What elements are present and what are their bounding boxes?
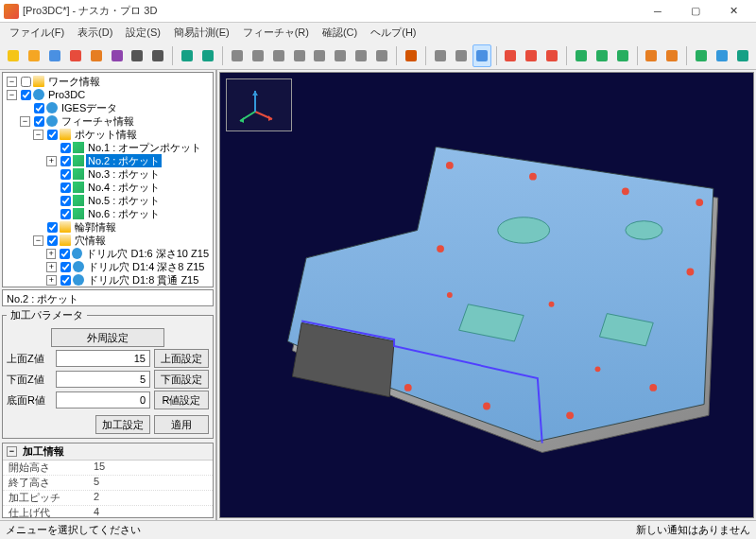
tree-node[interactable]: −フィーチャ情報 (5, 114, 211, 128)
menu-6[interactable]: ヘルプ(H) (365, 24, 421, 42)
tree-node[interactable]: −ポケット情報 (5, 128, 211, 141)
zoom-icon[interactable] (87, 44, 106, 67)
tree-checkbox[interactable] (21, 90, 31, 100)
tree-node[interactable]: No.1 : オープンポケット (5, 141, 211, 154)
expander-icon[interactable]: + (46, 275, 57, 286)
box1-icon[interactable] (572, 44, 591, 67)
expander-icon[interactable]: − (20, 116, 30, 127)
menu-5[interactable]: 確認(C) (317, 24, 363, 42)
menu-2[interactable]: 設定(S) (120, 24, 166, 42)
param-btn-1[interactable]: 下面設定 (154, 370, 209, 389)
tree-checkbox[interactable] (60, 209, 71, 219)
tree-checkbox[interactable] (60, 196, 71, 206)
open-icon[interactable] (25, 44, 43, 67)
expander-icon[interactable]: + (46, 262, 57, 272)
tree-node[interactable]: No.6 : ポケット (5, 207, 211, 220)
tree-node[interactable]: −穴情報 (5, 234, 211, 247)
tree-node[interactable]: 輪郭情報 (5, 220, 211, 234)
tree-checkbox[interactable] (60, 249, 70, 259)
preview-icon[interactable] (148, 44, 167, 67)
expander-icon[interactable]: + (46, 156, 57, 166)
iso6-icon[interactable] (331, 44, 350, 67)
box2-icon[interactable] (593, 44, 611, 67)
process-info: − 加工情報 開始高さ15終了高さ5加工ピッチ2仕上げ代4回避面25 (2, 443, 214, 518)
iso3-icon[interactable] (269, 44, 288, 67)
tree-node[interactable]: +ドリル穴 D1:4 深さ8 Z15 (5, 260, 211, 273)
tree-checkbox[interactable] (47, 222, 58, 233)
maximize-button[interactable]: ▢ (677, 0, 714, 22)
menu-3[interactable]: 簡易計測(E) (168, 24, 235, 42)
feat-icon[interactable] (501, 44, 520, 67)
tree-node[interactable]: No.3 : ポケット (5, 167, 211, 181)
tree-checkbox[interactable] (60, 156, 71, 166)
iso5-icon[interactable] (311, 44, 330, 67)
outer-settings-button[interactable]: 外周設定 (51, 328, 164, 347)
tree-checkbox[interactable] (60, 262, 71, 272)
box3-icon[interactable] (613, 44, 632, 67)
iso1-icon[interactable] (228, 44, 247, 67)
check-icon[interactable] (542, 44, 561, 67)
expander-icon[interactable]: − (33, 130, 43, 140)
feature-tree[interactable]: −ワーク情報−Pro3DCIGESデータ−フィーチャ情報−ポケット情報No.1 … (2, 72, 214, 287)
web-icon[interactable] (713, 44, 731, 67)
param-input-1[interactable] (56, 371, 150, 388)
path-icon[interactable] (522, 44, 541, 67)
fit-icon[interactable] (108, 44, 127, 67)
plane-icon[interactable] (198, 44, 217, 67)
tree-node[interactable]: −Pro3DC (5, 88, 211, 101)
hide-icon[interactable] (431, 44, 450, 67)
param-btn-0[interactable]: 上面設定 (154, 349, 209, 368)
tree-checkbox[interactable] (34, 103, 44, 113)
expander-icon[interactable]: − (33, 235, 43, 246)
tree-node[interactable]: IGESデータ (5, 101, 211, 114)
menu-0[interactable]: ファイル(F) (4, 24, 70, 42)
param-input-0[interactable] (56, 350, 150, 367)
axis-icon[interactable] (178, 44, 197, 67)
menu-4[interactable]: フィーチャ(R) (237, 24, 315, 42)
menu-1[interactable]: 表示(D) (72, 24, 118, 42)
tree-checkbox[interactable] (60, 169, 71, 180)
render1-icon[interactable] (402, 44, 421, 67)
iso4-icon[interactable] (290, 44, 309, 67)
iso8-icon[interactable] (372, 44, 391, 67)
axis-gizmo[interactable] (226, 78, 292, 131)
tree-label: ドリル穴 D1:6 深さ10 Z15 (84, 247, 211, 260)
tree-node[interactable]: +ドリル穴 D1:10/D2:6 貫通 Z (5, 287, 211, 287)
ver-icon[interactable] (733, 44, 752, 67)
expander-icon[interactable]: − (7, 77, 17, 87)
tree-node[interactable]: +ドリル穴 D1:6 深さ10 Z15 (5, 247, 211, 260)
tree-checkbox[interactable] (34, 116, 44, 127)
tree-node[interactable]: −ワーク情報 (5, 75, 211, 88)
sim1-icon[interactable] (643, 44, 662, 67)
expander-icon[interactable]: − (7, 90, 17, 100)
select-icon[interactable] (66, 44, 85, 67)
tree-checkbox[interactable] (60, 183, 71, 193)
tree-node[interactable]: +No.2 : ポケット (5, 154, 211, 167)
tree-checkbox[interactable] (60, 275, 71, 286)
help-icon[interactable] (692, 44, 711, 67)
save-icon[interactable] (45, 44, 64, 67)
tree-checkbox[interactable] (21, 77, 31, 87)
param-btn-2[interactable]: R値設定 (154, 391, 209, 409)
tree-checkbox[interactable] (47, 130, 58, 140)
tree-node[interactable]: No.5 : ポケット (5, 194, 211, 207)
iso7-icon[interactable] (352, 44, 370, 67)
shade-icon[interactable] (472, 44, 491, 67)
tree-node[interactable]: No.4 : ポケット (5, 181, 211, 194)
viewport-3d[interactable] (219, 72, 754, 518)
param-input-2[interactable] (56, 391, 150, 409)
close-button[interactable]: ✕ (714, 0, 752, 22)
tree-node[interactable]: +ドリル穴 D1:8 貫通 Z15 (5, 273, 211, 287)
show-icon[interactable] (452, 44, 471, 67)
tree-checkbox[interactable] (47, 235, 58, 246)
iso2-icon[interactable] (249, 44, 267, 67)
apply-btn-0[interactable]: 加工設定 (95, 415, 150, 434)
print-icon[interactable] (129, 44, 147, 67)
expander-icon[interactable]: + (46, 249, 56, 259)
apply-btn-1[interactable]: 適用 (154, 415, 209, 434)
new-file-icon[interactable] (4, 44, 23, 67)
collapse-icon[interactable]: − (7, 446, 17, 457)
tree-checkbox[interactable] (60, 143, 71, 153)
sim2-icon[interactable] (662, 44, 681, 67)
minimize-button[interactable]: ─ (639, 0, 677, 22)
